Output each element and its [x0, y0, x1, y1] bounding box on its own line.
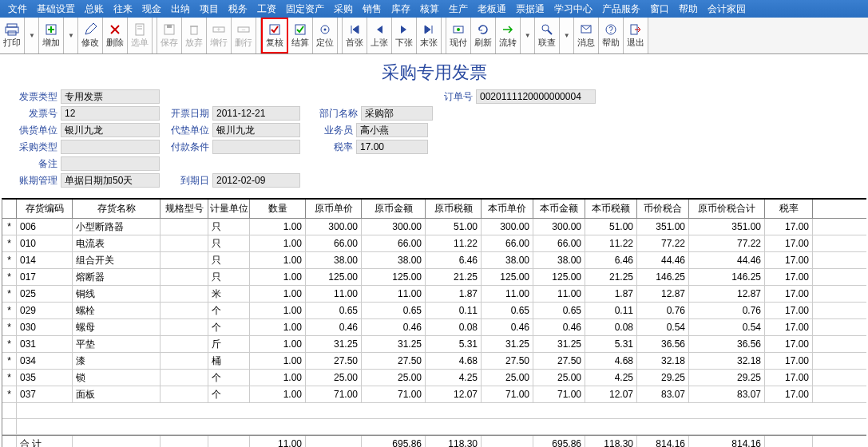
menu-item[interactable]: 固定资产 — [281, 2, 329, 16]
field-dept[interactable]: 采购部 — [361, 106, 433, 121]
tool-plus-button[interactable]: 增加 — [39, 18, 64, 53]
menu-item[interactable]: 帮助 — [674, 2, 703, 16]
tool-last-button[interactable]: 末张 — [417, 18, 442, 53]
field-purchase-type[interactable] — [61, 140, 160, 154]
tool-addrow-button[interactable]: +增行 — [207, 18, 232, 53]
col-header[interactable]: 原币金额 — [362, 200, 426, 218]
menu-item[interactable]: 老板通 — [473, 2, 511, 16]
field-pay-terms[interactable] — [212, 140, 300, 154]
menu-item[interactable]: 库存 — [386, 2, 415, 16]
cell: 29.25 — [637, 370, 689, 386]
menu-item[interactable]: 销售 — [358, 2, 386, 16]
tool-msg-button[interactable]: 消息 — [574, 18, 599, 53]
table-row[interactable]: *017熔断器只1.00125.00125.0021.25125.00125.0… — [2, 269, 866, 286]
tool-check-button[interactable]: 复核 — [261, 18, 288, 53]
col-header[interactable]: 原币单价 — [306, 200, 362, 218]
menu-item[interactable]: 会计家园 — [703, 2, 751, 16]
cell: 0.54 — [637, 319, 689, 335]
col-header[interactable]: 规格型号 — [161, 200, 208, 218]
table-row[interactable]: *010电流表只1.0066.0066.0011.2266.0066.0011.… — [2, 235, 866, 252]
menu-item[interactable]: 出纳 — [166, 2, 195, 16]
menu-item[interactable]: 学习中心 — [549, 2, 597, 16]
menu-item[interactable]: 窗口 — [645, 2, 674, 16]
menu-item[interactable]: 文件 — [3, 2, 32, 16]
menu-item[interactable]: 工资 — [252, 2, 281, 16]
chevron-down-icon[interactable]: ▼ — [29, 32, 35, 39]
field-remark[interactable] — [61, 156, 160, 171]
chevron-down-icon[interactable]: ▼ — [564, 32, 570, 39]
col-header[interactable]: 本币税额 — [585, 200, 637, 218]
cell: * — [2, 269, 17, 285]
tool-printer-button[interactable]: 打印 — [0, 18, 25, 53]
col-header[interactable]: 数量 — [250, 200, 306, 218]
cell: 29.25 — [689, 370, 765, 386]
field-order-no[interactable]: 0020111120000000004 — [476, 89, 596, 104]
menu-item[interactable]: 现金 — [137, 2, 166, 16]
tool-delrow-button[interactable]: −删行 — [232, 18, 256, 53]
tool-cross-button[interactable]: 删除 — [103, 18, 128, 53]
table-row[interactable]: *014组合开关只1.0038.0038.006.4638.0038.006.4… — [2, 252, 866, 269]
tool-dropdown[interactable]: ▼ — [64, 18, 78, 53]
tool-exit-button[interactable]: 退出 — [624, 18, 648, 53]
field-tax-rate[interactable]: 17.00 — [356, 140, 428, 154]
col-header[interactable] — [2, 200, 17, 218]
tool-disk-button[interactable]: 保存 — [157, 18, 182, 53]
menu-item[interactable]: 项目 — [195, 2, 224, 16]
tool-next-button[interactable]: 下张 — [392, 18, 417, 53]
col-header[interactable]: 存货名称 — [73, 200, 161, 218]
tool-sheet-button[interactable]: 选单 — [128, 18, 153, 53]
field-invoice-no[interactable]: 12 — [61, 106, 160, 121]
tool-flow-button[interactable]: 流转 — [496, 18, 521, 53]
field-credit-mgmt[interactable]: 单据日期加50天 — [61, 173, 160, 188]
menu-item[interactable]: 往来 — [109, 2, 137, 16]
menu-item[interactable]: 核算 — [415, 2, 444, 16]
menu-item[interactable]: 总账 — [80, 2, 109, 16]
col-header[interactable]: 原币价税合计 — [689, 200, 765, 218]
tool-dropdown[interactable]: ▼ — [25, 18, 39, 53]
tool-first-button[interactable]: 首张 — [343, 18, 367, 53]
menu-item[interactable]: 税务 — [224, 2, 252, 16]
tool-trash-button[interactable]: 放弃 — [182, 18, 207, 53]
tool-refresh-button[interactable]: 刷新 — [471, 18, 496, 53]
table-row[interactable]: *006小型断路器只1.00300.00300.0051.00300.00300… — [2, 219, 866, 235]
tool-help-button[interactable]: ?帮助 — [599, 18, 624, 53]
col-header[interactable]: 税率 — [765, 200, 813, 218]
tool-link-button[interactable]: 联查 — [535, 18, 560, 53]
tool-dropdown[interactable]: ▼ — [521, 18, 535, 53]
field-due-date[interactable]: 2012-02-09 — [212, 173, 300, 188]
tool-settle-button[interactable]: 结算 — [288, 18, 313, 53]
cell: 017 — [17, 269, 73, 285]
cell — [161, 219, 208, 235]
table-row[interactable]: *034漆桶1.0027.5027.504.6827.5027.504.6832… — [2, 353, 866, 370]
chevron-down-icon[interactable]: ▼ — [68, 32, 74, 39]
col-header[interactable]: 币价税合 — [637, 200, 689, 218]
tool-prev-button[interactable]: 上张 — [367, 18, 392, 53]
col-header[interactable]: 本币金额 — [533, 200, 585, 218]
field-invoice-date[interactable]: 2011-12-21 — [212, 106, 300, 121]
tool-pay-button[interactable]: 现付 — [446, 18, 471, 53]
menu-item[interactable]: 采购 — [329, 2, 358, 16]
table-row[interactable]: *035锁个1.0025.0025.004.2525.0025.004.2529… — [2, 370, 866, 386]
field-supplier[interactable]: 银川九龙 — [61, 123, 160, 137]
table-row[interactable]: *030螺母个1.000.460.460.080.460.460.080.540… — [2, 319, 866, 336]
menu-item[interactable]: 生产 — [444, 2, 473, 16]
chevron-down-icon[interactable]: ▼ — [525, 32, 531, 39]
col-header[interactable]: 存货编码 — [17, 200, 73, 218]
col-header[interactable]: 原币税额 — [426, 200, 482, 218]
tool-pencil-button[interactable]: 修改 — [78, 18, 103, 53]
field-advance-unit[interactable]: 银川九龙 — [212, 123, 300, 137]
menu-item[interactable]: 产品服务 — [597, 2, 645, 16]
col-header[interactable]: 本币单价 — [482, 200, 533, 218]
table-row[interactable]: *037面板个1.0071.0071.0012.0771.0071.0012.0… — [2, 386, 866, 403]
field-clerk[interactable]: 高小燕 — [356, 123, 428, 137]
tool-locate-button[interactable]: 定位 — [313, 18, 338, 53]
table-row[interactable]: *031平垫斤1.0031.2531.255.3131.2531.255.313… — [2, 336, 866, 353]
menu-item[interactable]: 基础设置 — [32, 2, 80, 16]
tool-dropdown[interactable]: ▼ — [560, 18, 574, 53]
table-row[interactable]: *025铜线米1.0011.0011.001.8711.0011.001.871… — [2, 286, 866, 303]
field-invoice-type[interactable]: 专用发票 — [61, 89, 160, 104]
menu-item[interactable]: 票据通 — [511, 2, 549, 16]
cell: 83.07 — [637, 386, 689, 402]
col-header[interactable]: 计量单位 — [208, 200, 250, 218]
table-row[interactable]: *029螺栓个1.000.650.650.110.650.650.110.760… — [2, 303, 866, 319]
